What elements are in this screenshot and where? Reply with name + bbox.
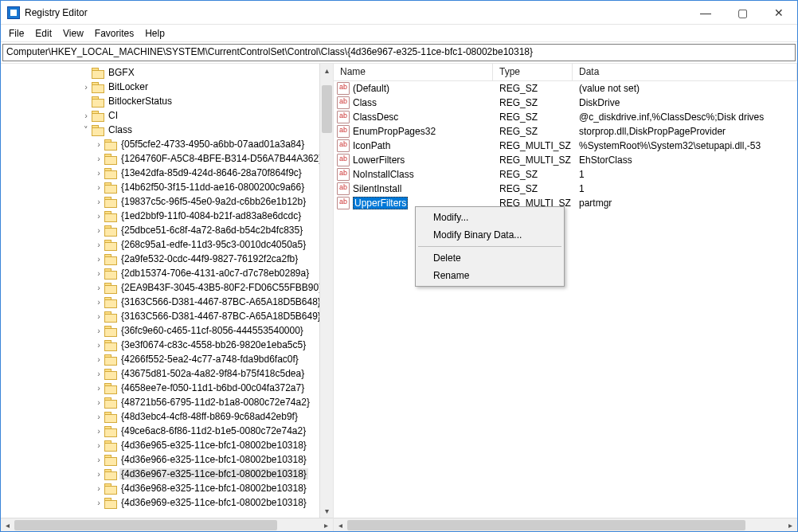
scroll-left-icon[interactable]: ◂ [1,518,14,532]
value-row[interactable]: EnumPropPages32REG_SZstorprop.dll,DiskPr… [334,124,797,139]
tree-item[interactable]: ›{05f5cfe2-4733-4950-a6bb-07aad01a3a84} [4,137,333,151]
expand-icon[interactable]: › [93,383,104,393]
tree-item[interactable]: ›CI [4,108,333,123]
value-row[interactable]: (Default)REG_SZ(value not set) [334,81,797,96]
expand-icon[interactable]: › [93,469,104,479]
scroll-up-icon[interactable]: ▴ [320,64,334,77]
value-row[interactable]: NoInstallClassREG_SZ1 [334,167,797,182]
expand-icon[interactable]: › [93,139,104,149]
value-row[interactable]: ClassDescREG_SZ@c_diskdrive.inf,%ClassDe… [334,110,797,124]
expand-icon[interactable]: › [93,225,104,235]
value-row[interactable]: ClassREG_SZDiskDrive [334,96,797,110]
main: ›BGFX›BitLocker›BitlockerStatus›CI˅Class… [1,63,797,518]
menu-favorites[interactable]: Favorites [95,28,134,39]
expand-icon[interactable]: › [93,283,104,292]
expand-icon[interactable]: › [93,483,104,493]
scroll-right-icon[interactable]: ▸ [784,518,797,532]
col-data[interactable]: Data [573,64,797,80]
value-row[interactable]: LowerFiltersREG_MULTI_SZEhStorClass [334,153,797,167]
menu-file[interactable]: File [9,28,24,39]
tree-item[interactable]: ˅Class [4,123,333,137]
tree-item[interactable]: ›{1ed2bbf9-11f0-4084-b21f-ad83a8e6dcdc} [4,209,333,223]
expand-icon[interactable]: › [93,240,104,249]
tree-item[interactable]: ›{1264760F-A5C8-4BFE-B314-D56A7B44A362} [4,151,333,166]
menu-rename[interactable]: Rename [417,267,562,284]
folder-icon [104,139,117,150]
tree-item[interactable]: ›{2EA9B43F-3045-43B5-80F2-FD06C55FBB90} [4,280,333,295]
tree-item[interactable]: ›{2a9fe532-0cdc-44f9-9827-76192f2ca2fb} [4,252,333,266]
col-name[interactable]: Name [334,64,493,80]
maximize-button[interactable]: ▢ [724,1,761,25]
expand-icon[interactable]: › [93,211,104,221]
menu-modify-binary[interactable]: Modify Binary Data... [417,226,562,244]
expand-icon[interactable]: › [93,369,104,378]
tree-item[interactable]: ›{13e42dfa-85d9-424d-8646-28a70f864f9c} [4,166,333,180]
expand-icon[interactable]: › [93,154,104,163]
tree-item[interactable]: ›BitLocker [4,80,333,94]
tree-item[interactable]: ›{4658ee7e-f050-11d1-b6bd-00c04fa372a7} [4,381,333,395]
expand-icon[interactable]: › [93,268,104,278]
tree-vscrollbar[interactable]: ▴ ▾ [319,64,333,518]
col-type[interactable]: Type [493,64,573,80]
expand-icon[interactable]: › [93,326,104,335]
tree-item[interactable]: ›{4d36e966-e325-11ce-bfc1-08002be10318} [4,452,333,467]
expand-icon[interactable]: › [93,426,104,436]
expand-icon[interactable]: › [93,340,104,350]
tree-item[interactable]: ›{4266f552-5ea2-4c77-a748-fda9bd6fac0f} [4,352,333,366]
tree-item[interactable]: ›{268c95a1-edfe-11d3-95c3-0010dc4050a5} [4,237,333,252]
tree-item[interactable]: ›{14b62f50-3f15-11dd-ae16-0800200c9a66} [4,180,333,194]
tree-item[interactable]: ›{2db15374-706e-4131-a0c7-d7c78eb0289a} [4,266,333,280]
expand-icon[interactable]: › [93,297,104,307]
tree-hscrollbar[interactable]: ◂ ▸ [1,518,334,531]
menu-help[interactable]: Help [145,28,165,39]
registry-tree[interactable]: ›BGFX›BitLocker›BitlockerStatus›CI˅Class… [1,64,333,518]
list-hscrollbar[interactable]: ◂ ▸ [334,518,797,531]
expand-icon[interactable]: › [93,168,104,178]
tree-item[interactable]: ›{3163C566-D381-4467-87BC-A65A18D5B648} [4,295,333,309]
tree-item[interactable]: ›{3e3f0674-c83c-4558-bb26-9820e1eba5c5} [4,338,333,352]
expand-icon[interactable]: › [80,111,92,120]
expand-icon[interactable]: › [93,182,104,192]
expand-icon[interactable]: › [93,412,104,421]
menu-delete[interactable]: Delete [417,249,562,267]
minimize-button[interactable]: ― [687,1,724,25]
tree-item[interactable]: ›BitlockerStatus [4,94,333,108]
scroll-down-icon[interactable]: ▾ [320,504,334,518]
value-row[interactable]: SilentInstallREG_SZ1 [334,182,797,196]
menu-edit[interactable]: Edit [35,28,52,39]
value-data: EhStorClass [573,155,797,166]
expand-icon[interactable]: › [93,498,104,507]
value-row[interactable]: UpperFiltersREG_MULTI_SZpartmgr [334,196,797,210]
menu-view[interactable]: View [63,28,84,39]
tree-item[interactable]: ›{49ce6ac8-6f86-11d2-b1e5-0080c72e74a2} [4,424,333,438]
expand-icon[interactable]: › [93,354,104,364]
list-body[interactable]: (Default)REG_SZ(value not set)ClassREG_S… [334,81,797,210]
tree-item[interactable]: ›{3163C566-D381-4467-87BC-A65A18D5B649} [4,309,333,323]
tree-item[interactable]: ›BGFX [4,65,333,80]
value-row[interactable]: IconPathREG_MULTI_SZ%SystemRoot%\System3… [334,139,797,153]
expand-icon[interactable]: › [93,455,104,464]
tree-item[interactable]: ›{19837c5c-96f5-45e0-9a2d-c6bb26e1b12b} [4,194,333,209]
expand-icon[interactable]: › [93,440,104,450]
address-bar[interactable]: Computer\HKEY_LOCAL_MACHINE\SYSTEM\Curre… [2,44,796,61]
value-data: %SystemRoot%\System32\setupapi.dll,-53 [573,140,797,151]
tree-item[interactable]: ›{4d36e965-e325-11ce-bfc1-08002be10318} [4,438,333,452]
tree-item[interactable]: ›{4d36e967-e325-11ce-bfc1-08002be10318} [4,467,333,481]
expand-icon[interactable]: › [93,254,104,264]
tree-item[interactable]: ›{36fc9e60-c465-11cf-8056-444553540000} [4,323,333,338]
tree-item[interactable]: ›{4d36e968-e325-11ce-bfc1-08002be10318} [4,481,333,495]
expand-icon[interactable]: › [93,397,104,407]
expand-icon[interactable]: › [93,311,104,321]
expand-icon[interactable]: › [93,197,104,206]
menu-modify[interactable]: Modify... [417,209,562,226]
scroll-left-icon[interactable]: ◂ [334,518,347,532]
tree-item[interactable]: ›{48d3ebc4-4cf8-48ff-b869-9c68ad42eb9f} [4,409,333,424]
collapse-icon[interactable]: ˅ [80,125,92,135]
close-button[interactable]: ✕ [761,1,797,25]
tree-item[interactable]: ›{25dbce51-6c8f-4a72-8a6d-b54c2b4fc835} [4,223,333,237]
tree-item[interactable]: ›{48721b56-6795-11d2-b1a8-0080c72e74a2} [4,395,333,409]
tree-item[interactable]: ›{43675d81-502a-4a82-9f84-b75f418c5dea} [4,366,333,381]
expand-icon[interactable]: › [80,82,92,92]
tree-item[interactable]: ›{4d36e969-e325-11ce-bfc1-08002be10318} [4,495,333,510]
scroll-right-icon[interactable]: ▸ [319,518,333,532]
